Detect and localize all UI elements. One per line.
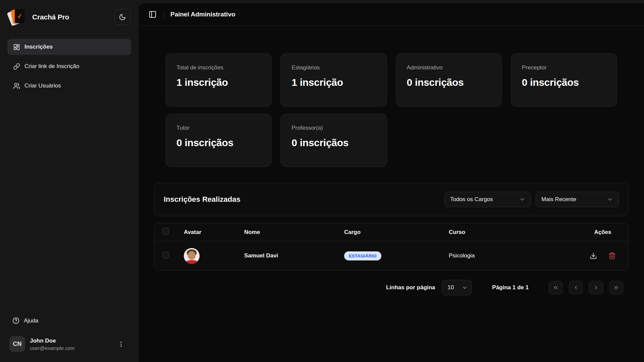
select-all-checkbox[interactable] bbox=[162, 228, 169, 235]
stat-card-preceptor: Preceptor 0 inscriçãos bbox=[511, 53, 617, 107]
help-circle-icon bbox=[12, 317, 19, 324]
prev-page-button[interactable] bbox=[569, 281, 583, 294]
stat-card-estagiarios: Estagiários 1 inscrição bbox=[280, 53, 387, 107]
page-info: Página 1 de 1 bbox=[492, 284, 529, 291]
delete-button[interactable] bbox=[608, 251, 616, 260]
chevron-down-icon bbox=[462, 285, 468, 291]
stat-title: Preceptor bbox=[522, 64, 606, 71]
sidebar-item-label: Criar link de Inscrição bbox=[24, 63, 79, 70]
sidebar-nav: Inscrições Criar link de Inscrição Criar… bbox=[7, 39, 131, 94]
main-panel: Painel Administrativo Total de inscriçõe… bbox=[139, 3, 644, 362]
pagination-bar: Linhas por página 10 Página 1 de 1 bbox=[154, 280, 629, 295]
cargo-filter-value: Todos os Cargos bbox=[450, 196, 493, 203]
help-label: Ajuda bbox=[24, 317, 38, 324]
chevron-right-icon bbox=[593, 285, 599, 291]
cell-curso: Psicologia bbox=[449, 252, 577, 259]
help-link[interactable]: Ajuda bbox=[7, 314, 131, 327]
sidebar-item-criar-link[interactable]: Criar link de Inscrição bbox=[7, 58, 131, 74]
stat-title: Administrativo bbox=[407, 64, 491, 71]
last-page-button[interactable] bbox=[609, 281, 623, 294]
col-header-acoes: Ações bbox=[577, 229, 628, 236]
stat-card-total: Total de inscrições 1 inscrição bbox=[165, 53, 272, 107]
avatar: CN bbox=[9, 336, 25, 352]
col-header-cargo: Cargo bbox=[344, 229, 449, 236]
users-icon bbox=[13, 82, 20, 89]
kebab-vertical-icon bbox=[118, 341, 124, 348]
layout-dashboard-icon bbox=[13, 44, 20, 51]
col-header-curso: Curso bbox=[449, 229, 577, 236]
theme-toggle-button[interactable] bbox=[114, 9, 130, 25]
cell-nome: Samuel Davi bbox=[244, 252, 344, 259]
user-profile[interactable]: CN John Doe user@example.com bbox=[7, 335, 131, 353]
sidebar-toggle-button[interactable] bbox=[147, 9, 158, 20]
stat-title: Tutor bbox=[176, 125, 261, 131]
sidebar: ✔ Crachá Pro Inscrições Criar link de In… bbox=[0, 0, 139, 362]
stat-value: 1 inscrição bbox=[176, 77, 261, 88]
stat-title: Total de inscrições bbox=[176, 64, 261, 71]
sort-select[interactable]: Mais Recente bbox=[536, 192, 619, 207]
col-header-avatar: Avatar bbox=[184, 229, 244, 236]
rows-per-page-value: 10 bbox=[447, 284, 454, 291]
stat-value: 0 inscriçãos bbox=[176, 137, 261, 148]
chevron-down-icon bbox=[519, 196, 525, 202]
rows-per-page-label: Linhas por página bbox=[386, 284, 435, 291]
chevrons-right-icon bbox=[613, 285, 619, 291]
sidebar-item-inscricoes[interactable]: Inscrições bbox=[7, 39, 131, 55]
row-checkbox[interactable] bbox=[162, 252, 169, 258]
sidebar-item-label: Criar Usuários bbox=[24, 82, 61, 89]
stat-card-administrativo: Administrativo 0 inscriçãos bbox=[396, 53, 502, 107]
sort-value: Mais Recente bbox=[541, 196, 576, 203]
row-avatar-photo bbox=[184, 248, 200, 264]
stat-title: Professor(a) bbox=[291, 125, 376, 131]
brand: ✔ Crachá Pro bbox=[7, 5, 131, 29]
table-row: Samuel Davi ESTAGIÁRIO Psicologia bbox=[154, 241, 628, 270]
stats-grid: Total de inscrições 1 inscrição Estagiár… bbox=[165, 53, 617, 167]
chevron-left-icon bbox=[573, 285, 579, 291]
panel-left-icon bbox=[149, 10, 157, 18]
stat-value: 0 inscriçãos bbox=[407, 77, 491, 88]
table-header-row: Avatar Nome Cargo Curso Ações bbox=[154, 223, 628, 241]
chevrons-left-icon bbox=[553, 285, 559, 291]
download-button[interactable] bbox=[589, 251, 598, 260]
moon-icon bbox=[119, 13, 126, 21]
app-logo-icon: ✔ bbox=[9, 7, 28, 27]
user-email: user@example.com bbox=[30, 345, 110, 351]
stat-value: 1 inscrição bbox=[291, 77, 376, 88]
user-menu-button[interactable] bbox=[115, 338, 127, 350]
user-name: John Doe bbox=[30, 338, 110, 344]
content: Total de inscrições 1 inscrição Estagiár… bbox=[139, 26, 644, 362]
download-icon bbox=[590, 252, 597, 259]
section-title: Inscrições Realizadas bbox=[164, 195, 240, 204]
cargo-filter-select[interactable]: Todos os Cargos bbox=[444, 192, 531, 207]
next-page-button[interactable] bbox=[589, 281, 603, 294]
first-page-button[interactable] bbox=[549, 281, 563, 294]
inscriptions-table: Avatar Nome Cargo Curso Ações Samuel Dav… bbox=[154, 223, 629, 270]
table-toolbar: Inscrições Realizadas Todos os Cargos Ma… bbox=[154, 183, 629, 216]
cargo-badge: ESTAGIÁRIO bbox=[344, 251, 381, 260]
stat-card-professor: Professor(a) 0 inscriçãos bbox=[280, 114, 387, 167]
trash-icon bbox=[608, 252, 616, 259]
link-icon bbox=[13, 63, 20, 70]
stat-value: 0 inscriçãos bbox=[522, 77, 606, 88]
app-name: Crachá Pro bbox=[32, 13, 110, 21]
sidebar-item-label: Inscrições bbox=[24, 44, 53, 50]
col-header-nome: Nome bbox=[244, 229, 344, 236]
rows-per-page-select[interactable]: 10 bbox=[442, 280, 472, 295]
stat-value: 0 inscriçãos bbox=[291, 137, 376, 148]
stat-title: Estagiários bbox=[291, 64, 376, 71]
page-title: Painel Administrativo bbox=[170, 11, 235, 18]
chevron-down-icon bbox=[607, 196, 613, 202]
sidebar-item-criar-usuarios[interactable]: Criar Usuários bbox=[7, 78, 131, 94]
header-divider bbox=[164, 10, 164, 18]
stat-card-tutor: Tutor 0 inscriçãos bbox=[165, 114, 272, 167]
main-header: Painel Administrativo bbox=[139, 3, 644, 26]
